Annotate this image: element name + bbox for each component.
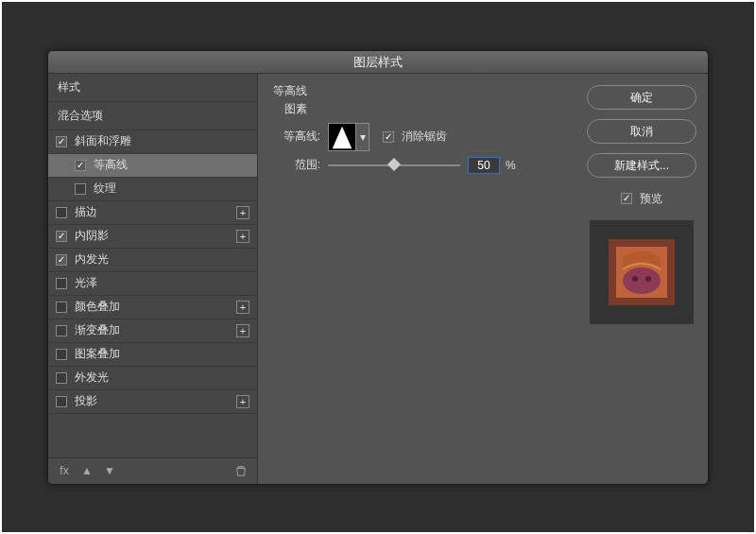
up-arrow-icon[interactable]: ▲ — [80, 464, 94, 477]
effect-row[interactable]: 颜色叠加+ — [48, 296, 257, 319]
effect-row[interactable]: 光泽 — [48, 272, 257, 296]
effect-row[interactable]: 渐变叠加+ — [48, 319, 257, 343]
down-arrow-icon[interactable]: ▼ — [103, 464, 116, 477]
dialog-body: 样式 混合选项 斜面和浮雕等高线纹理描边+内阴影+内发光光泽颜色叠加+渐变叠加+… — [48, 74, 708, 484]
contour-picker[interactable] — [328, 123, 356, 151]
checkbox-icon[interactable] — [56, 325, 67, 336]
preview-thumbnail — [590, 220, 694, 324]
checkbox-icon — [621, 193, 632, 204]
trash-icon[interactable] — [234, 464, 248, 477]
effect-label: 图案叠加 — [75, 346, 249, 362]
effect-row[interactable]: 投影+ — [48, 390, 257, 414]
effect-row[interactable]: 外发光 — [48, 367, 257, 390]
checkbox-icon[interactable] — [75, 183, 86, 195]
effect-label: 内发光 — [75, 251, 249, 267]
elements-label: 图素 — [284, 101, 560, 117]
checkbox-icon[interactable] — [56, 207, 67, 218]
effect-list: 样式 混合选项 斜面和浮雕等高线纹理描边+内阴影+内发光光泽颜色叠加+渐变叠加+… — [48, 74, 257, 457]
effect-row[interactable]: 内发光 — [48, 249, 257, 272]
checkbox-icon[interactable] — [56, 231, 67, 242]
styles-header[interactable]: 样式 — [48, 74, 257, 102]
effect-label: 渐变叠加 — [75, 322, 236, 338]
svg-point-5 — [645, 276, 651, 282]
ok-button[interactable]: 确定 — [587, 85, 696, 110]
cancel-button[interactable]: 取消 — [587, 119, 696, 144]
checkbox-icon[interactable] — [56, 254, 67, 266]
effect-label: 光泽 — [75, 275, 249, 291]
sidebar-footer: fx ▲ ▼ — [48, 457, 257, 484]
svg-point-3 — [623, 267, 661, 294]
effect-row[interactable]: 描边+ — [48, 201, 257, 225]
fx-icon[interactable]: fx — [58, 464, 71, 477]
percent-label: % — [506, 159, 516, 172]
effect-row[interactable]: 图案叠加 — [48, 343, 257, 367]
effect-label: 外发光 — [75, 370, 249, 386]
contour-dropdown[interactable]: ▾ — [356, 123, 369, 151]
effect-label: 等高线 — [94, 157, 249, 173]
effect-label: 描边 — [75, 204, 236, 220]
effect-row[interactable]: 内阴影+ — [48, 225, 257, 249]
checkbox-icon[interactable] — [56, 372, 67, 384]
checkbox-icon[interactable] — [56, 278, 67, 289]
preview-label: 预览 — [640, 191, 662, 207]
layer-style-dialog: 图层样式 样式 混合选项 斜面和浮雕等高线纹理描边+内阴影+内发光光泽颜色叠加+… — [47, 50, 709, 485]
svg-point-4 — [632, 276, 638, 282]
add-effect-icon[interactable]: + — [236, 301, 249, 314]
anti-alias-checkbox[interactable]: 消除锯齿 — [383, 129, 447, 145]
effect-row[interactable]: 等高线 — [48, 154, 257, 178]
contour-label: 等高线: — [273, 129, 320, 145]
checkbox-icon — [383, 131, 394, 143]
checkbox-icon[interactable] — [56, 349, 67, 360]
settings-panel: 等高线 图素 等高线: ▾ 消除锯齿 范围: — [258, 74, 576, 484]
effect-label: 纹理 — [94, 181, 249, 197]
effect-row[interactable]: 斜面和浮雕 — [48, 130, 257, 154]
range-input[interactable]: 50 — [468, 157, 500, 174]
new-style-button[interactable]: 新建样式... — [587, 153, 696, 178]
slider-thumb[interactable] — [387, 157, 401, 170]
right-panel: 确定 取消 新建样式... 预览 — [576, 74, 708, 484]
add-effect-icon[interactable]: + — [236, 324, 249, 337]
effect-label: 颜色叠加 — [75, 299, 236, 315]
checkbox-icon[interactable] — [56, 136, 67, 147]
anti-alias-label: 消除锯齿 — [402, 129, 447, 145]
blend-options-header[interactable]: 混合选项 — [48, 102, 257, 130]
add-effect-icon[interactable]: + — [236, 395, 249, 408]
effect-label: 内阴影 — [75, 228, 236, 244]
add-effect-icon[interactable]: + — [236, 230, 249, 243]
chevron-down-icon: ▾ — [360, 130, 366, 144]
dialog-title: 图层样式 — [48, 51, 708, 74]
checkbox-icon[interactable] — [56, 396, 67, 407]
svg-marker-0 — [333, 126, 352, 147]
effect-label: 斜面和浮雕 — [75, 133, 249, 149]
checkbox-icon[interactable] — [75, 160, 86, 171]
sidebar: 样式 混合选项 斜面和浮雕等高线纹理描边+内阴影+内发光光泽颜色叠加+渐变叠加+… — [48, 74, 258, 484]
preview-checkbox[interactable]: 预览 — [621, 191, 662, 207]
checkbox-icon[interactable] — [56, 301, 67, 313]
range-label: 范围: — [273, 157, 320, 173]
add-effect-icon[interactable]: + — [236, 206, 249, 219]
effect-label: 投影 — [75, 393, 236, 409]
range-slider[interactable] — [328, 159, 460, 172]
section-title: 等高线 — [273, 83, 560, 99]
effect-row[interactable]: 纹理 — [48, 178, 257, 201]
